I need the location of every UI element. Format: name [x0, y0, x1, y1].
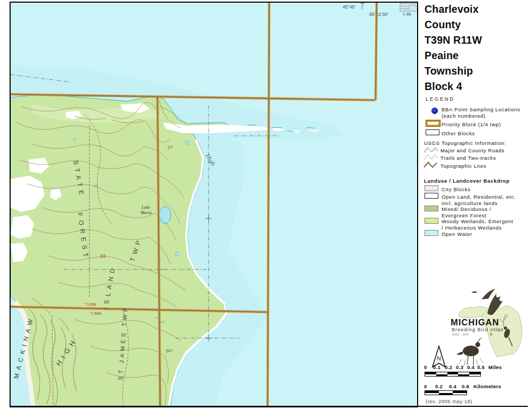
scale-tick: 0.4	[467, 364, 475, 370]
logo-numeral: II	[490, 332, 492, 337]
legend-label-open-land-2: incl. agriculture lands	[442, 200, 497, 206]
revision-note: (rev. 2005 may 18)	[426, 398, 472, 404]
title-line: Charlevoix	[425, 3, 479, 15]
topo-line-icon	[423, 161, 438, 168]
title-line: Peaine	[425, 50, 459, 62]
lake-labels: Lake Maria	[140, 204, 152, 215]
lake-maria-label-1: Lake	[141, 204, 151, 210]
scale-tick: 0.5	[477, 364, 485, 370]
legend-label-wetland: Woody Wetlands, Emergent	[442, 218, 513, 224]
title-line: County	[425, 19, 461, 31]
scale-tick: 0	[424, 364, 427, 370]
legend-label-other: Other Blocks	[442, 130, 475, 136]
scale-tick: 0.2	[445, 364, 452, 370]
legend-label-wetland-2: / Herbaceous Wetlands	[442, 225, 502, 231]
legend-label-roads: Major and County Roads	[440, 148, 505, 153]
michigan-bba-logo: MICHIGAN Breeding Bird Atlas 2002 - 2007…	[446, 285, 532, 367]
legend-label-priority: Priority Block (1/4 twp)	[442, 121, 501, 127]
north-arrow-label: N	[437, 355, 441, 362]
open-water-swatch	[425, 230, 438, 236]
legend-label-bba-2: (each numbered)	[442, 113, 486, 119]
map-sheet: 45°45' 85°42'30" 1 65	[0, 0, 532, 409]
legend-heading: LEGEND	[426, 96, 455, 102]
grid-reference-label: 1 65	[403, 12, 411, 17]
open-land-swatch	[425, 193, 438, 199]
other-blocks-swatch	[426, 129, 439, 135]
wetland-swatch	[425, 218, 438, 224]
legend-label-forest: Mixed/ Deciduous /	[442, 206, 491, 212]
legend-label-trails: Trails and Two-tracks	[440, 155, 496, 161]
scale-unit-miles: Miles	[488, 364, 502, 370]
legend-label-open-land: Open Land, Residential, etc.	[442, 194, 516, 200]
logo-subtitle: Breeding Bird Atlas	[452, 327, 503, 332]
legend-label-forest-2: Evergreen Forest	[442, 212, 487, 218]
forest-swatch	[425, 206, 438, 211]
legend-label-topo: Topographic Lnes	[440, 163, 486, 169]
km-scale-bar	[425, 390, 467, 395]
township-label-t38n: T.38N	[90, 311, 102, 316]
priority-block-swatch	[426, 120, 440, 126]
corner-longitude-label: 85°42'30"	[369, 12, 388, 17]
corner-latitude-label: 45°45'	[343, 4, 355, 10]
roads-line-icon	[423, 146, 438, 153]
corner-hatch-box	[400, 3, 418, 11]
usgs-heading: USGS Topographic Information:	[424, 140, 506, 146]
scale-tick: 0.3	[456, 364, 463, 370]
legend-label-city: City Blocks	[442, 186, 471, 192]
logo-state-name: MICHIGAN	[451, 317, 499, 327]
bba-point-icon	[431, 108, 438, 114]
legend-label-open-water: Open Water	[442, 231, 472, 237]
city-blocks-swatch	[425, 185, 438, 191]
lake-maria-label-2: Maria	[140, 210, 152, 215]
legend-panel: Charlevoix County T39N R11W Peaine Towns…	[419, 0, 532, 409]
scale-unit-km: Kilometers	[473, 383, 501, 389]
scale-tick: 0.6	[462, 383, 469, 389]
map-canvas: 45°45' 85°42'30" 1 65	[10, 2, 418, 407]
title-line: Township	[425, 65, 473, 77]
miles-scale-bar	[425, 372, 481, 377]
title-line: Block 4	[425, 80, 462, 93]
scale-tick: 0.1	[433, 364, 440, 370]
scale-tick: 0.2	[435, 383, 443, 389]
landuse-heading: Landuse / Landcover Backdrop	[424, 178, 510, 184]
trails-line-icon	[423, 153, 438, 161]
section-number-27: 27	[168, 145, 173, 150]
township-label-t39n: T.39N	[85, 302, 96, 307]
logo-years: 2002 - 2007	[452, 333, 469, 336]
quail-illustration	[456, 338, 481, 365]
bottom-rule	[10, 406, 528, 407]
title-line: T39N R11W	[425, 34, 482, 46]
scale-tick: 0.4	[449, 383, 456, 389]
legend-label-bba: BBA Point Sampling Locations	[442, 107, 520, 112]
scale-tick: 0	[424, 383, 427, 389]
section-number-33: 33	[100, 253, 106, 259]
